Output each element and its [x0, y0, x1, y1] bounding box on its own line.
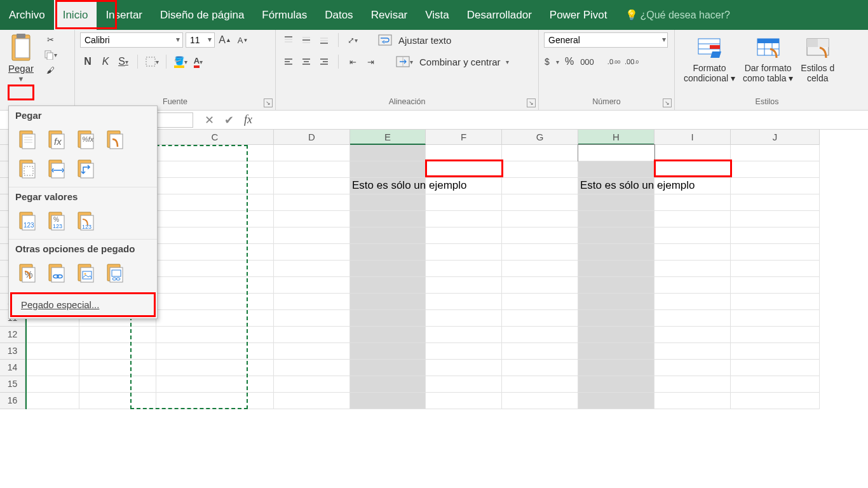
cell-H12[interactable]	[578, 327, 654, 343]
paste-special-menuitem[interactable]: Pegado especial...	[10, 292, 156, 317]
cell-D6[interactable]	[274, 227, 350, 244]
cell-F8[interactable]	[426, 261, 502, 277]
cell-E11[interactable]	[350, 310, 426, 327]
cell-E12[interactable]	[350, 327, 426, 343]
cell-A12[interactable]	[25, 327, 79, 343]
number-launcher[interactable]: ↘	[663, 98, 672, 107]
cell-I9[interactable]	[654, 277, 731, 294]
cell-G1[interactable]	[502, 145, 578, 161]
cell-G7[interactable]	[502, 244, 578, 261]
cell-F6[interactable]	[426, 227, 502, 244]
cell-G2[interactable]	[502, 161, 578, 178]
cell-C3[interactable]	[156, 178, 274, 194]
cell-H9[interactable]	[578, 277, 654, 294]
font-color-button[interactable]: A	[191, 54, 206, 69]
cell-H3[interactable]: Esto es sólo un ejemplo	[578, 178, 654, 194]
cell-H13[interactable]	[578, 343, 654, 360]
align-left-button[interactable]	[281, 54, 296, 69]
borders-button[interactable]	[144, 54, 159, 69]
tab-archivo[interactable]: Archivo	[0, 0, 54, 30]
cell-C10[interactable]	[156, 294, 274, 310]
cancel-icon[interactable]: ✕	[205, 113, 214, 127]
merge-button[interactable]	[396, 54, 413, 69]
cell-E5[interactable]	[350, 211, 426, 227]
row-header-12[interactable]: 12	[0, 327, 25, 343]
cell-I16[interactable]	[654, 393, 731, 409]
align-bottom-button[interactable]	[316, 32, 332, 48]
fx-icon[interactable]: fx	[244, 113, 252, 126]
accounting-format-button[interactable]: $	[544, 54, 559, 69]
cell-A13[interactable]	[25, 343, 79, 360]
cell-B13[interactable]	[79, 343, 156, 360]
cell-E16[interactable]	[350, 393, 426, 409]
cell-H14[interactable]	[578, 360, 654, 376]
grow-font-button[interactable]: A▲	[217, 32, 233, 48]
tell-me[interactable]: 💡¿Qué desea hacer?	[625, 0, 730, 30]
copy-button[interactable]	[41, 48, 60, 62]
tab-datos[interactable]: Datos	[316, 0, 362, 30]
cell-D5[interactable]	[274, 211, 350, 227]
cell-H2[interactable]	[578, 161, 654, 178]
col-header-c[interactable]: C	[156, 130, 274, 145]
cell-G6[interactable]	[502, 227, 578, 244]
cell-F14[interactable]	[426, 360, 502, 376]
paste-keep-source-icon[interactable]	[103, 127, 128, 152]
bold-button[interactable]: N	[80, 54, 95, 69]
cell-E15[interactable]	[350, 376, 426, 393]
cell-C5[interactable]	[156, 211, 274, 227]
cell-H16[interactable]	[578, 393, 654, 409]
cell-J1[interactable]	[731, 145, 820, 161]
cell-E14[interactable]	[350, 360, 426, 376]
align-right-button[interactable]	[316, 54, 332, 69]
cell-G16[interactable]	[502, 393, 578, 409]
paste-link-icon[interactable]	[44, 261, 70, 286]
col-header-j[interactable]: J	[731, 130, 820, 145]
tab-diseno[interactable]: Diseño de página	[151, 0, 253, 30]
cell-J5[interactable]	[731, 211, 820, 227]
enter-icon[interactable]: ✔	[224, 113, 234, 127]
fill-color-button[interactable]: 🪣	[173, 54, 188, 69]
tab-insertar[interactable]: Insertar	[97, 0, 151, 30]
format-table-button[interactable]: Dar formato como tabla ▾	[739, 32, 797, 93]
cell-D3[interactable]	[274, 178, 350, 194]
cell-I15[interactable]	[654, 376, 731, 393]
cell-I1[interactable]	[654, 145, 731, 161]
cell-I6[interactable]	[654, 227, 731, 244]
paste-col-widths-icon[interactable]	[44, 156, 70, 182]
number-format-combo[interactable]	[544, 32, 668, 48]
cell-I7[interactable]	[654, 244, 731, 261]
cell-J12[interactable]	[731, 327, 820, 343]
col-header-i[interactable]: I	[654, 130, 731, 145]
cell-G12[interactable]	[502, 327, 578, 343]
cell-D15[interactable]	[274, 376, 350, 393]
cell-J9[interactable]	[731, 277, 820, 294]
cell-C16[interactable]	[156, 393, 274, 409]
cell-J10[interactable]	[731, 294, 820, 310]
cell-C6[interactable]	[156, 227, 274, 244]
cell-C2[interactable]	[156, 161, 274, 178]
cell-D2[interactable]	[274, 161, 350, 178]
paste-picture-icon[interactable]	[74, 261, 99, 286]
cell-G3[interactable]	[502, 178, 578, 194]
col-header-g[interactable]: G	[502, 130, 578, 145]
cell-D1[interactable]	[274, 145, 350, 161]
cell-C4[interactable]	[156, 194, 274, 211]
cell-H8[interactable]	[578, 261, 654, 277]
cell-H1[interactable]	[578, 145, 654, 161]
cell-J3[interactable]	[731, 178, 820, 194]
cell-E4[interactable]	[350, 194, 426, 211]
cell-G13[interactable]	[502, 343, 578, 360]
cut-button[interactable]: ✂	[41, 32, 60, 46]
cell-J11[interactable]	[731, 310, 820, 327]
cell-C9[interactable]	[156, 277, 274, 294]
tab-revisar[interactable]: Revisar	[362, 0, 417, 30]
cell-I11[interactable]	[654, 310, 731, 327]
cell-E10[interactable]	[350, 294, 426, 310]
paste-formulas-icon[interactable]: fx	[44, 127, 70, 152]
align-middle-button[interactable]	[299, 32, 314, 48]
shrink-font-button[interactable]: A▼	[235, 32, 250, 48]
cell-D16[interactable]	[274, 393, 350, 409]
paste-no-borders-icon[interactable]	[15, 156, 41, 182]
cell-G11[interactable]	[502, 310, 578, 327]
paste-formulas-number-icon[interactable]: %fx	[74, 127, 99, 152]
